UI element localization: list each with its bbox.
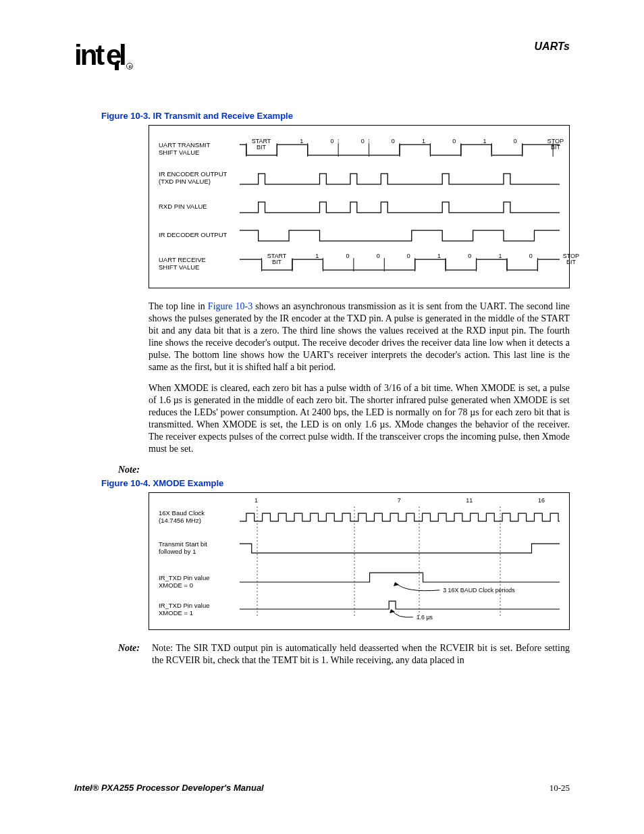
fig3-label-row2: IR ENCODER OUTPUT (TXD PIN VALUE): [159, 171, 240, 186]
svg-text:int: int: [74, 41, 105, 70]
fig4-label-row2: Transmit Start bit followed by 1: [159, 541, 240, 556]
fig3-label-row4: IR DECODER OUTPUT: [159, 232, 240, 239]
footer-title: Intel® PXA255 Processor Developer's Manu…: [74, 783, 264, 793]
para-2: When XMODE is cleared, each zero bit has…: [149, 382, 570, 454]
fig4-ann1: 3 16X BAUD Clock periods: [443, 587, 515, 594]
fig4-label-row1: 16X Baud Clock (14.7456 MHz): [159, 510, 240, 525]
figure-10-3-link[interactable]: Figure 10-3: [208, 301, 252, 311]
fig3-wave-4: [240, 226, 560, 244]
fig3-wave-2: [240, 170, 560, 187]
fig3-label-row5: UART RECEIVE SHIFT VALUE: [159, 257, 240, 271]
fig4-wave-4: 1.6 µs: [240, 598, 560, 621]
figure-10-4-caption: Figure 10-4. XMODE Example: [101, 478, 570, 488]
fig4-wave-1: [240, 509, 560, 525]
fig3-wave-3: [240, 198, 560, 215]
fig4-wave-2: [240, 541, 560, 556]
fig4-wave-3: 3 16X BAUD Clock periods: [240, 570, 560, 594]
fig3-bits-bottom: START BIT 1 0 0 0 1 0 1 0 STOP BIT: [265, 253, 583, 266]
para-1: The top line in Figure 10-3 shows an asy…: [149, 301, 570, 373]
page-number: 10-25: [549, 783, 570, 793]
figure-10-4: 1 7 11 16 16X Baud Clock (14.7456 MHz) T…: [149, 492, 570, 630]
fig3-label-row1: UART TRANSMIT SHIFT VALUE: [159, 142, 240, 157]
note-empty: Note:: [118, 465, 570, 475]
fig3-label-row3: RXD PIN VALUE: [159, 203, 240, 211]
note-2: Note: Note: The SIR TXD output pin is au…: [118, 642, 570, 667]
svg-rect-3: [115, 63, 119, 70]
fig4-ann2: 1.6 µs: [417, 614, 433, 621]
fig4-label-row3: IR_TXD Pin value XMODE = 0: [159, 575, 240, 590]
fig4-label-row4: IR_TXD Pin value XMODE = 1: [159, 602, 240, 617]
svg-marker-29: [394, 582, 399, 586]
section-header: UARTs: [535, 41, 570, 53]
fig3-bits-top: START BIT 1 0 0 0 1 0 1 0 STOP BIT: [250, 138, 567, 151]
fig4-ticks: 1 7 11 16: [254, 497, 545, 504]
intel-logo: int l e R: [74, 41, 142, 70]
figure-10-3-caption: Figure 10-3. IR Transmit and Receive Exa…: [101, 111, 570, 121]
figure-10-3: UART TRANSMIT SHIFT VALUE START BIT 1 0 …: [149, 125, 570, 288]
